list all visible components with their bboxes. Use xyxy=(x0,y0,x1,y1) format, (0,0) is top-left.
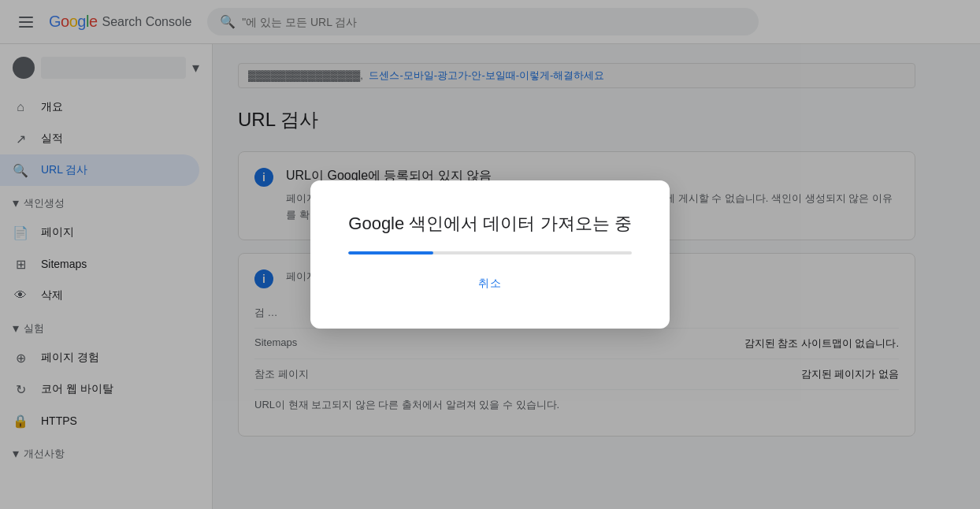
modal-overlay: Google 색인에서 데이터 가져오는 중 취소 xyxy=(0,0,980,509)
progress-bar-track xyxy=(348,251,631,254)
cancel-button[interactable]: 취소 xyxy=(466,270,514,297)
modal-title: Google 색인에서 데이터 가져오는 중 xyxy=(348,212,631,236)
progress-bar-fill xyxy=(348,251,433,254)
loading-modal: Google 색인에서 데이터 가져오는 중 취소 xyxy=(310,180,669,329)
